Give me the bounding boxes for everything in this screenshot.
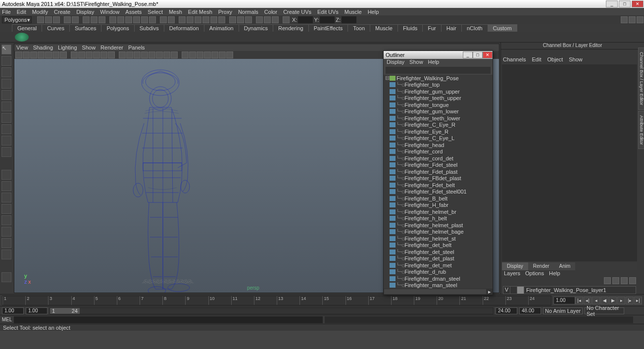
select-tool[interactable]: ↖: [1, 45, 11, 54]
layer-down-icon[interactable]: [629, 277, 636, 284]
redo-icon[interactable]: [72, 16, 79, 23]
cb-menu-show[interactable]: Show: [569, 56, 583, 63]
cb-icon-1[interactable]: [615, 50, 621, 55]
outliner-row[interactable]: └─○ Firefighter_FBdet_plast: [384, 175, 493, 182]
view-menu-show[interactable]: Show: [82, 45, 96, 50]
viewport-tool-5[interactable]: [52, 51, 59, 58]
z-input[interactable]: [342, 16, 356, 23]
viewport-tool-18[interactable]: [156, 51, 163, 58]
menu-file[interactable]: File: [2, 9, 11, 15]
outliner-list[interactable]: ⊟Firefighter_Walking_Pose└─○ Firefighter…: [384, 75, 493, 289]
timeline-track[interactable]: 123456789101112131415161718192021222324: [2, 296, 551, 305]
cmd-lang[interactable]: MEL: [0, 317, 14, 322]
shelf-tab-general[interactable]: General: [12, 24, 42, 32]
shelf-tab-fluids[interactable]: Fluids: [397, 24, 423, 32]
layer-new-icon[interactable]: [604, 277, 611, 284]
layer-menu-help[interactable]: Help: [549, 270, 560, 277]
shelf-tab-toon[interactable]: Toon: [347, 24, 370, 32]
render-globals-icon[interactable]: [218, 16, 225, 23]
outliner-row[interactable]: └─○ Firefighter_helmet_br: [384, 208, 493, 215]
layer-tab-anim[interactable]: Anim: [554, 262, 576, 270]
layer-tab-render[interactable]: Render: [528, 262, 554, 270]
viewport-tool-27[interactable]: [226, 51, 233, 58]
layout-4[interactable]: [1, 227, 11, 237]
shelf-tab-polygons[interactable]: Polygons: [101, 24, 134, 32]
outliner-row[interactable]: └─○ Firefighter_B_belt: [384, 195, 493, 202]
render-settings-icon[interactable]: [195, 16, 201, 23]
range-handle[interactable]: 124: [50, 308, 80, 314]
outliner-row[interactable]: └─○ Firefighter_Fdet_plast: [384, 168, 493, 175]
minimize-button[interactable]: _: [606, 0, 618, 7]
shelf-tab-painteffects[interactable]: PaintEffects: [308, 24, 348, 32]
viewport-tool-4[interactable]: [45, 51, 52, 58]
menu-edit-uvs[interactable]: Edit UVs: [317, 9, 339, 15]
viewport-tool-12[interactable]: [108, 51, 115, 58]
layout-5[interactable]: [1, 238, 11, 248]
help-tool[interactable]: [1, 272, 11, 282]
ipr-icon[interactable]: [187, 16, 194, 23]
shelf-tab-surfaces[interactable]: Surfaces: [69, 24, 101, 32]
move-tool[interactable]: [1, 79, 11, 89]
shelf-tab-dynamics[interactable]: Dynamics: [239, 24, 273, 32]
menu-modify[interactable]: Modify: [32, 9, 48, 15]
menu-color[interactable]: Color: [264, 9, 277, 15]
y-input[interactable]: [320, 16, 335, 23]
outliner-row[interactable]: └─○ Firefighter_gum_lower: [384, 108, 493, 115]
viewport-tool-23[interactable]: [197, 51, 203, 58]
viewport-tool-8[interactable]: [78, 51, 85, 58]
outliner-row[interactable]: └─○ Firefighter_gum_upper: [384, 88, 493, 95]
outliner-row[interactable]: └─○ Firefighter_H_fabr: [384, 202, 493, 209]
viewport-tool-1[interactable]: [23, 51, 30, 58]
four-view[interactable]: [1, 181, 11, 191]
outliner-close[interactable]: ✕: [483, 51, 493, 58]
cb-menu-object[interactable]: Object: [547, 56, 563, 63]
viewport-tool-2[interactable]: [30, 51, 37, 58]
menu-muscle[interactable]: Muscle: [345, 9, 362, 15]
viewport-tool-13[interactable]: [119, 51, 126, 58]
viewport-tool-19[interactable]: [163, 51, 170, 58]
layer-color[interactable]: [517, 287, 524, 294]
viewport-tool-3[interactable]: [38, 51, 45, 58]
viewport-tool-15[interactable]: [134, 51, 141, 58]
shelf-tab-curves[interactable]: Curves: [42, 24, 70, 32]
viewport-tool-14[interactable]: [126, 51, 133, 58]
viewport-tool-10[interactable]: [93, 51, 100, 58]
current-time[interactable]: 1.00: [553, 297, 575, 304]
construction-icon[interactable]: [168, 16, 175, 23]
maximize-button[interactable]: □: [619, 0, 631, 7]
viewport-tool-6[interactable]: [60, 51, 67, 58]
shelf-tab-fur[interactable]: Fur: [422, 24, 442, 32]
viewport-tool-24[interactable]: [204, 51, 211, 58]
layout-6[interactable]: [1, 249, 11, 259]
menu-proxy[interactable]: Proxy: [218, 9, 232, 15]
outliner-max[interactable]: □: [473, 51, 483, 58]
outliner-row[interactable]: └─○ Firefighter_Fdet_steel001: [384, 189, 493, 196]
outliner-row[interactable]: └─○ Firefighter_helmet_bage: [384, 229, 493, 236]
range-start-inner[interactable]: 1.00: [26, 307, 48, 314]
xform-icon[interactable]: [283, 16, 290, 23]
outliner-menu-help[interactable]: Help: [428, 59, 440, 66]
layer-row[interactable]: V Firefighter_Walking_Pose_layer1: [503, 286, 636, 294]
snap-live-icon[interactable]: [141, 16, 148, 23]
viewport-tool-11[interactable]: [100, 51, 107, 58]
render-icon[interactable]: [179, 16, 186, 23]
layer-vis[interactable]: V: [503, 287, 510, 294]
script-editor-icon[interactable]: [635, 316, 642, 323]
layout-3[interactable]: [1, 215, 11, 225]
shelf-tab-rendering[interactable]: Rendering: [273, 24, 309, 32]
step-back-key[interactable]: ◂|: [584, 297, 592, 304]
paint-select-tool[interactable]: [1, 67, 11, 77]
outliner-row[interactable]: └─○ Firefighter_top: [384, 82, 493, 89]
layer-menu-layers[interactable]: Layers: [504, 270, 520, 277]
viewport-tool-7[interactable]: [71, 51, 78, 58]
lasso-tool[interactable]: [1, 56, 11, 66]
paint-icon[interactable]: [99, 16, 105, 23]
universal-manip-tool[interactable]: [1, 113, 11, 123]
outliner-row[interactable]: └─○ Firefighter_C_Eye_L: [384, 135, 493, 142]
cb-menu-channels[interactable]: Channels: [503, 56, 526, 63]
menu-create-uvs[interactable]: Create UVs: [283, 9, 311, 15]
outliner-row[interactable]: └─○ Firefighter_man_steel: [384, 282, 493, 289]
outliner-row[interactable]: └─○ Firefighter_head: [384, 142, 493, 149]
viewport-tool-22[interactable]: [189, 51, 196, 58]
outliner-row[interactable]: └─○ Firefighter_teeth_upper: [384, 95, 493, 102]
